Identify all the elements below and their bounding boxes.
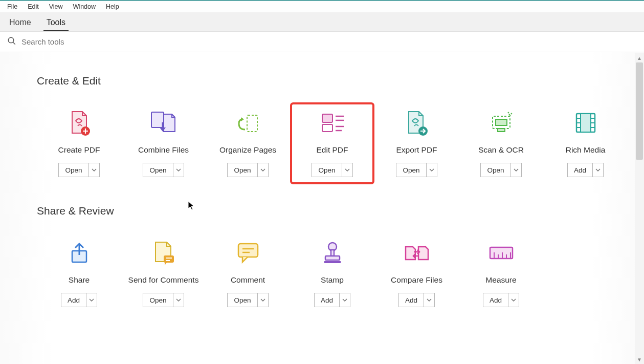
- svg-rect-31: [331, 250, 334, 256]
- dropdown-caret[interactable]: [342, 163, 352, 177]
- tool-row-create-edit: Create PDF Open: [37, 102, 613, 184]
- svg-rect-16: [581, 114, 591, 132]
- add-button[interactable]: Add: [399, 293, 424, 307]
- dropdown-caret[interactable]: [258, 163, 268, 177]
- tools-panel: Create & Edit Create PDF Open: [0, 52, 644, 364]
- tool-actions: Open: [143, 163, 184, 177]
- tool-compare-files[interactable]: Compare Files Add: [374, 232, 459, 307]
- tool-actions: Open: [58, 163, 99, 177]
- tool-label: Measure: [485, 275, 516, 285]
- search-icon: [7, 36, 16, 47]
- tool-actions: Open: [143, 293, 184, 307]
- tool-share[interactable]: Share Add: [37, 232, 121, 307]
- tab-tools[interactable]: Tools: [43, 14, 69, 31]
- scrollbar[interactable]: ▲ ▼: [635, 53, 644, 364]
- svg-rect-4: [247, 115, 257, 132]
- dropdown-caret[interactable]: [173, 163, 184, 177]
- svg-line-1: [13, 42, 15, 45]
- dropdown-caret[interactable]: [424, 293, 434, 307]
- tool-send-for-comments[interactable]: Send for Comments Open: [121, 232, 206, 307]
- open-button[interactable]: Open: [143, 293, 173, 307]
- tool-stamp[interactable]: Stamp Add: [290, 232, 374, 307]
- tool-actions: Add: [483, 293, 519, 307]
- dropdown-caret[interactable]: [511, 163, 521, 177]
- open-button[interactable]: Open: [396, 163, 426, 177]
- edit-pdf-icon: [317, 110, 348, 136]
- tab-home[interactable]: Home: [6, 14, 34, 31]
- tool-label: Create PDF: [58, 145, 100, 155]
- tool-combine-files[interactable]: Combine Files Open: [121, 102, 206, 184]
- dropdown-caret[interactable]: [89, 163, 99, 177]
- tool-label: Comment: [231, 275, 265, 285]
- svg-rect-5: [322, 114, 332, 122]
- svg-rect-13: [496, 119, 507, 125]
- menu-window[interactable]: Window: [69, 2, 100, 11]
- tool-label: Share: [69, 275, 90, 285]
- dropdown-caret[interactable]: [593, 163, 603, 177]
- tool-label: Rich Media: [566, 145, 606, 155]
- tool-measure[interactable]: Measure Add: [459, 232, 543, 307]
- tool-label: Edit PDF: [316, 145, 348, 155]
- tool-label: Send for Comments: [128, 275, 199, 285]
- tool-create-pdf[interactable]: Create PDF Open: [37, 102, 121, 184]
- menu-edit[interactable]: Edit: [24, 2, 43, 11]
- open-button[interactable]: Open: [143, 163, 173, 177]
- add-button[interactable]: Add: [315, 293, 340, 307]
- export-pdf-icon: [402, 110, 432, 136]
- tool-row-share-review: Share Add: [37, 232, 613, 307]
- stamp-icon: [317, 240, 348, 266]
- tool-label: Export PDF: [396, 145, 437, 155]
- section-share-review: Share & Review Share Add: [37, 205, 613, 307]
- search-input[interactable]: [21, 37, 226, 46]
- svg-rect-6: [322, 124, 332, 132]
- open-button[interactable]: Open: [59, 163, 88, 177]
- svg-rect-3: [151, 112, 164, 127]
- tool-actions: Open: [227, 293, 268, 307]
- compare-files-icon: [402, 240, 432, 266]
- tool-scan-ocr[interactable]: Scan & OCR Open: [459, 102, 543, 184]
- add-button[interactable]: Add: [61, 293, 86, 307]
- open-button[interactable]: Open: [228, 293, 257, 307]
- dropdown-caret[interactable]: [427, 163, 437, 177]
- tool-export-pdf[interactable]: Export PDF Open: [374, 102, 459, 184]
- menu-help[interactable]: Help: [102, 2, 123, 11]
- scroll-up-icon[interactable]: ▲: [635, 53, 644, 62]
- tool-organize-pages[interactable]: Organize Pages Open: [206, 102, 290, 184]
- svg-rect-14: [498, 129, 505, 132]
- svg-point-0: [8, 37, 14, 43]
- menu-bar: File Edit View Window Help: [0, 0, 644, 12]
- open-button[interactable]: Open: [312, 163, 342, 177]
- section-title-share-review: Share & Review: [37, 205, 613, 217]
- add-button[interactable]: Add: [568, 163, 593, 177]
- menu-file[interactable]: File: [3, 2, 21, 11]
- svg-rect-33: [324, 261, 341, 263]
- comment-icon: [233, 240, 263, 266]
- rich-media-icon: [570, 110, 601, 136]
- tool-actions: Add: [567, 163, 604, 177]
- tool-actions: Open: [480, 163, 521, 177]
- menu-view[interactable]: View: [45, 2, 67, 11]
- add-button[interactable]: Add: [483, 293, 508, 307]
- share-icon: [64, 240, 95, 266]
- scroll-thumb[interactable]: [636, 62, 643, 160]
- tool-edit-pdf[interactable]: Edit PDF Open: [290, 102, 374, 184]
- tool-rich-media[interactable]: Rich Media Add: [543, 102, 628, 184]
- organize-pages-icon: [233, 110, 263, 136]
- open-button[interactable]: Open: [481, 163, 510, 177]
- dropdown-caret[interactable]: [86, 293, 97, 307]
- section-title-create-edit: Create & Edit: [37, 75, 613, 87]
- tool-actions: Open: [227, 163, 268, 177]
- tool-comment[interactable]: Comment Open: [206, 232, 290, 307]
- scroll-down-icon[interactable]: ▼: [635, 355, 644, 364]
- send-for-comments-icon: [148, 240, 179, 266]
- dropdown-caret[interactable]: [340, 293, 350, 307]
- tool-label: Stamp: [321, 275, 344, 285]
- open-button[interactable]: Open: [228, 163, 257, 177]
- scan-ocr-icon: [486, 110, 517, 136]
- dropdown-caret[interactable]: [508, 293, 519, 307]
- tool-label: Scan & OCR: [478, 145, 524, 155]
- dropdown-caret[interactable]: [258, 293, 268, 307]
- dropdown-caret[interactable]: [173, 293, 184, 307]
- section-create-edit: Create & Edit Create PDF Open: [37, 75, 613, 184]
- tool-actions: Add: [61, 293, 97, 307]
